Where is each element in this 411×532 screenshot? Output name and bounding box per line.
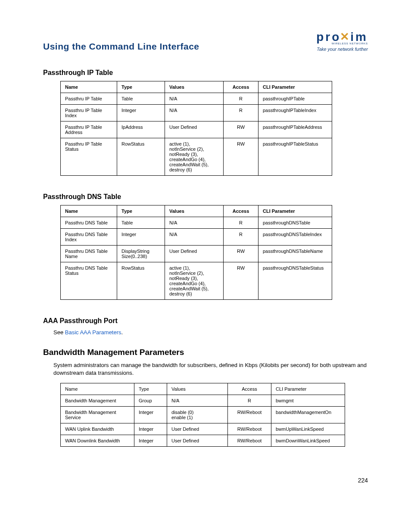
cell-name: WAN Downlink Bandwidth xyxy=(61,435,134,447)
bandwidth-description: System administrators can manage the ban… xyxy=(53,361,368,377)
col-name: Name xyxy=(61,81,117,93)
aaa-passthrough-heading: AAA Passthrough Port xyxy=(43,317,368,325)
cell-type: IpAddress xyxy=(117,121,165,138)
cell-type: Table xyxy=(117,217,165,229)
passthrough-dns-heading: Passthrough DNS Table xyxy=(43,193,368,201)
logo-block: pro✕im WIRELESS NETWORKS Take your netwo… xyxy=(316,30,368,52)
cell-values: N/A xyxy=(167,395,228,407)
table-row: Passthru DNS Table Status RowStatus acti… xyxy=(61,262,332,300)
cell-name: WAN Uplink Bandwidth xyxy=(61,423,134,435)
table-row: Bandwidth Management Group N/A R bwmgmt xyxy=(61,395,345,407)
table-row: Passthru DNS Table Index Integer N/A R p… xyxy=(61,229,332,246)
cell-type: DisplayString Size(0..238) xyxy=(117,246,165,262)
cell-name: Passthru IP Table Index xyxy=(61,105,117,121)
bandwidth-heading: Bandwidth Management Parameters xyxy=(43,348,368,357)
cell-cli: bandwidthManagementOn xyxy=(271,407,345,423)
col-type: Type xyxy=(134,383,167,395)
cell-type: Integer xyxy=(117,105,165,121)
col-name: Name xyxy=(61,383,134,395)
col-type: Type xyxy=(117,81,165,93)
col-values: Values xyxy=(165,205,224,217)
col-access: Access xyxy=(228,383,271,395)
table-row: Passthru IP Table Status RowStatus activ… xyxy=(61,138,332,176)
cell-name: Passthru IP Table Address xyxy=(61,121,117,138)
logo-tagline: Take your network further xyxy=(317,47,368,52)
table-header-row: Name Type Values Access CLI Parameter xyxy=(61,81,332,93)
cell-cli: passthroughIPTableIndex xyxy=(258,105,332,121)
cell-access: RW xyxy=(224,246,258,262)
cell-cli: bwmUpWanLinkSpeed xyxy=(271,423,345,435)
cell-access: R xyxy=(224,217,258,229)
col-access: Access xyxy=(224,81,258,93)
chapter-title: Using the Command Line Interface xyxy=(43,41,199,52)
cell-name: Passthru DNS Table Index xyxy=(61,229,117,246)
cell-access: R xyxy=(228,395,271,407)
cell-access: RW/Reboot xyxy=(228,407,271,423)
table-header-row: Name Type Values Access CLI Parameter xyxy=(61,205,332,217)
see-dot: . xyxy=(121,329,123,336)
cell-type: Integer xyxy=(134,423,167,435)
cell-name: Bandwidth Management Service xyxy=(61,407,134,423)
col-values: Values xyxy=(165,81,224,93)
cell-access: R xyxy=(224,93,258,105)
cell-name: Passthru IP Table xyxy=(61,93,117,105)
cell-name: Bandwidth Management xyxy=(61,395,134,407)
cell-values: disable (0) enable (1) xyxy=(167,407,228,423)
passthrough-dns-table: Name Type Values Access CLI Parameter Pa… xyxy=(60,205,332,300)
cell-type: Table xyxy=(117,93,165,105)
cell-name: Passthru DNS Table xyxy=(61,217,117,229)
cell-cli: passthroughDNSTableIndex xyxy=(258,229,332,246)
cell-access: RW/Reboot xyxy=(228,423,271,435)
table-row: Passthru IP Table Index Integer N/A R pa… xyxy=(61,105,332,121)
cell-cli: passthroughIPTableStatus xyxy=(258,138,332,176)
cell-access: RW xyxy=(224,262,258,300)
cell-name: Passthru DNS Table Status xyxy=(61,262,117,300)
col-cli: CLI Parameter xyxy=(271,383,345,395)
cell-access: RW/Reboot xyxy=(228,435,271,447)
table-row: WAN Uplink Bandwidth Integer User Define… xyxy=(61,423,345,435)
cell-values: N/A xyxy=(165,229,224,246)
cell-values: N/A xyxy=(165,217,224,229)
table-row: Passthru IP Table Address IpAddress User… xyxy=(61,121,332,138)
cell-cli: passthroughIPTable xyxy=(258,93,332,105)
cell-type: Group xyxy=(134,395,167,407)
cell-cli: passthroughDNSTableStatus xyxy=(258,262,332,300)
col-values: Values xyxy=(167,383,228,395)
cell-access: R xyxy=(224,229,258,246)
cell-access: RW xyxy=(224,138,258,176)
table-header-row: Name Type Values Access CLI Parameter xyxy=(61,383,345,395)
cell-type: RowStatus xyxy=(117,262,165,300)
cell-type: Integer xyxy=(134,407,167,423)
passthrough-ip-heading: Passthrough IP Table xyxy=(43,69,368,77)
logo-x-icon: ✕ xyxy=(340,30,351,44)
cell-access: R xyxy=(224,105,258,121)
basic-aaa-link[interactable]: Basic AAA Parameters xyxy=(65,329,121,336)
table-row: WAN Downlink Bandwidth Integer User Defi… xyxy=(61,435,345,447)
table-row: Passthru DNS Table Table N/A R passthrou… xyxy=(61,217,332,229)
cell-name: Passthru IP Table Status xyxy=(61,138,117,176)
cell-values: User Defined xyxy=(165,246,224,262)
see-text: See xyxy=(53,329,65,336)
col-cli: CLI Parameter xyxy=(258,205,332,217)
col-type: Type xyxy=(117,205,165,217)
col-cli: CLI Parameter xyxy=(258,81,332,93)
cell-type: RowStatus xyxy=(117,138,165,176)
cell-values: User Defined xyxy=(167,435,228,447)
cell-cli: passthroughDNSTableName xyxy=(258,246,332,262)
passthrough-ip-table: Name Type Values Access CLI Parameter Pa… xyxy=(60,81,332,176)
cell-name: Passthru DNS Table Name xyxy=(61,246,117,262)
cell-cli: bwmgmt xyxy=(271,395,345,407)
page-header: Using the Command Line Interface pro✕im … xyxy=(43,30,368,52)
bandwidth-table: Name Type Values Access CLI Parameter Ba… xyxy=(60,383,345,447)
cell-values: User Defined xyxy=(167,423,228,435)
see-reference: See Basic AAA Parameters. xyxy=(53,329,368,336)
cell-values: User Defined xyxy=(165,121,224,138)
cell-cli: passthroughIPTableAddress xyxy=(258,121,332,138)
cell-type: Integer xyxy=(134,435,167,447)
cell-cli: bwmDownWanLinkSpeed xyxy=(271,435,345,447)
cell-values: active (1), notInService (2), notReady (… xyxy=(165,262,224,300)
table-row: Passthru IP Table Table N/A R passthroug… xyxy=(61,93,332,105)
col-name: Name xyxy=(61,205,117,217)
cell-cli: passthroughDNSTable xyxy=(258,217,332,229)
page-number: 224 xyxy=(43,477,368,484)
